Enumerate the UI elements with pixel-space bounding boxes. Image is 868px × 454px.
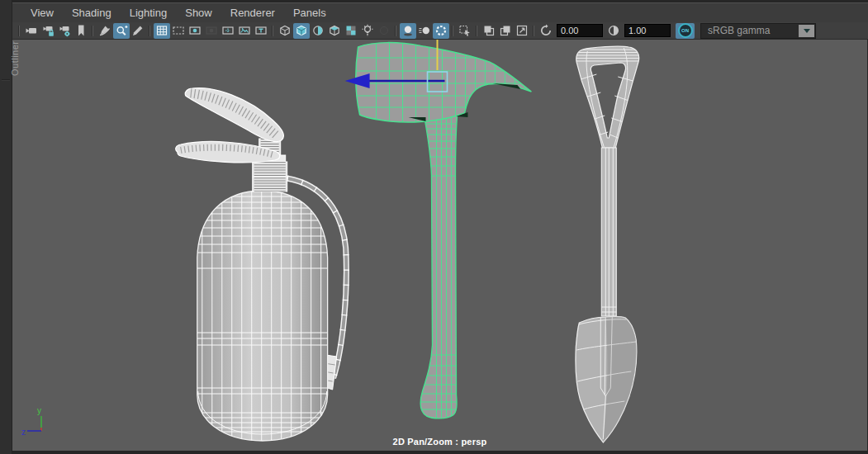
film-gate-button[interactable] [170, 23, 187, 39]
lights-button[interactable] [359, 23, 376, 39]
menu-show[interactable]: Show [176, 5, 221, 21]
hud-toggle-button[interactable] [253, 23, 269, 39]
camera-attributes-button[interactable] [56, 23, 73, 39]
panel-menu-bar: View Shading Lighting Show Renderer Pane… [12, 2, 868, 23]
axis-y-label: y [37, 406, 41, 415]
fire-axe-model[interactable] [354, 39, 534, 419]
isolate-select-button[interactable] [457, 23, 473, 39]
color-management-toggle[interactable]: ON [676, 23, 695, 39]
smooth-shade-button[interactable] [293, 23, 310, 39]
toolbar-separator [92, 26, 93, 36]
panel-toolbar: ON sRGB gamma [12, 22, 868, 40]
toolbar-separator [149, 26, 150, 36]
on-badge: ON [678, 23, 693, 38]
gamma-contrast-icon[interactable] [605, 23, 622, 39]
viewport-persp[interactable]: y z 2D Pan/Zoom : persp [12, 39, 867, 451]
select-camera-button[interactable] [23, 23, 40, 39]
outliner-panel-label: Outliner [10, 40, 20, 76]
toolbar-separator [19, 26, 20, 36]
toolbar-icons [16, 23, 530, 39]
toolbar-separator [534, 26, 534, 36]
toolbar-separator [273, 26, 273, 36]
motion-blur-button[interactable] [416, 23, 433, 39]
exposure-icon[interactable] [538, 23, 554, 39]
outliner-panel-strip[interactable]: Outliner [0, 0, 12, 454]
wireframe-on-shaded-button[interactable] [310, 23, 326, 39]
viewport-scene: y z [12, 39, 867, 451]
toolbar-separator [477, 26, 477, 36]
anti-aliasing-button[interactable] [433, 23, 449, 39]
menu-renderer[interactable]: Renderer [221, 5, 284, 21]
chevron-down-icon[interactable] [799, 25, 814, 37]
menu-shading[interactable]: Shading [63, 5, 121, 21]
toolbar-separator [453, 26, 453, 36]
gamma-field[interactable] [624, 24, 671, 37]
textured-display-button[interactable] [326, 23, 343, 39]
hud-panzoom-label: 2D Pan/Zoom : persp [12, 437, 867, 447]
view-transform-dropdown[interactable]: sRGB gamma [700, 23, 816, 39]
viewport-snapshot-button[interactable] [514, 23, 530, 39]
field-chart-button[interactable] [220, 23, 236, 39]
image-plane-button[interactable] [236, 23, 253, 39]
annotate-pencil-button[interactable] [130, 23, 146, 39]
default-material-button[interactable] [343, 23, 359, 39]
axis-z-label: z [21, 428, 26, 437]
previous-view-button[interactable] [481, 23, 497, 39]
shadows-button[interactable] [376, 23, 392, 39]
view-transform-value: sRGB gamma [701, 25, 798, 36]
toolbar-separator [396, 26, 396, 36]
shovel-model[interactable] [575, 46, 641, 442]
menu-lighting[interactable]: Lighting [121, 5, 177, 21]
gate-mask-button[interactable] [203, 23, 220, 39]
fire-extinguisher-model[interactable] [176, 88, 347, 442]
next-view-button[interactable] [497, 23, 514, 39]
pan-zoom-tool-button[interactable] [113, 23, 130, 39]
grid-toggle-button[interactable] [154, 23, 170, 39]
wireframe-display-button[interactable] [277, 23, 293, 39]
grease-pencil-button[interactable] [97, 23, 113, 39]
panel-divider [2, 79, 10, 81]
resolution-gate-button[interactable] [187, 23, 203, 39]
bookmarks-button[interactable] [73, 23, 89, 39]
lock-camera-button[interactable] [40, 23, 56, 39]
axis-indicator: y z [21, 406, 41, 437]
menu-panels[interactable]: Panels [284, 5, 335, 21]
menu-view[interactable]: View [21, 5, 63, 21]
ambient-occlusion-button[interactable] [400, 23, 416, 39]
exposure-field[interactable] [557, 24, 603, 37]
